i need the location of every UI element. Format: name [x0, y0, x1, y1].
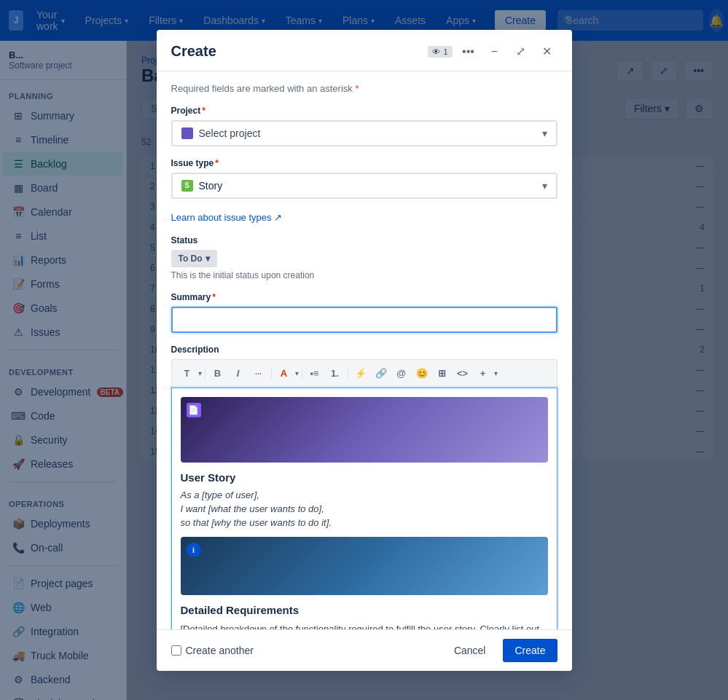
project-value: Select project: [199, 127, 542, 139]
status-section: Status To Do ▾ This is the initial statu…: [171, 235, 557, 280]
expand-modal-button[interactable]: ⤢: [511, 42, 531, 62]
project-label: Project *: [171, 106, 557, 116]
external-link-icon: ↗: [274, 212, 282, 223]
user-story-line2: I want [what the user wants to do],: [181, 503, 548, 514]
create-another-checkbox[interactable]: [171, 645, 181, 656]
summary-field: Summary *: [171, 292, 557, 333]
chevron-down-icon: ▾: [206, 253, 210, 264]
summary-input[interactable]: [171, 307, 557, 333]
desc-image-blue: i: [181, 537, 548, 595]
detailed-req-title: Detailed Requirements: [181, 604, 548, 616]
modal-body: Required fields are marked with an aster…: [157, 71, 572, 629]
user-story-line1: As a [type of user],: [181, 489, 548, 500]
story-icon: S: [181, 180, 193, 192]
watcher-badge: 👁 1: [428, 46, 452, 58]
mention-button[interactable]: @: [392, 364, 411, 383]
italic-button[interactable]: I: [229, 364, 248, 383]
action-button[interactable]: ⚡: [351, 364, 370, 383]
cancel-button[interactable]: Cancel: [442, 639, 498, 662]
doc-icon: 📄: [187, 403, 201, 417]
insert-button[interactable]: +: [474, 364, 493, 383]
issue-type-label: Issue type *: [171, 158, 557, 168]
issue-type-select[interactable]: S Story ▾: [171, 173, 557, 199]
project-select[interactable]: Select project ▾: [171, 120, 557, 146]
detailed-req-text: [Detailed breakdown of the functionality…: [181, 622, 548, 629]
text-color-button[interactable]: A: [275, 364, 294, 383]
issue-type-value: Story: [199, 180, 223, 192]
modal-header-icons: 👁 1 ••• − ⤢ ✕: [428, 42, 557, 62]
chevron-down-icon: ▾: [295, 369, 299, 377]
description-content[interactable]: 📄 User Story As a [type of user], I want…: [171, 388, 557, 629]
status-value: To Do: [179, 253, 203, 264]
modal-title: Create: [171, 43, 428, 60]
status-select-button[interactable]: To Do ▾: [171, 250, 217, 267]
desc-image-purple: 📄: [181, 397, 548, 463]
minimize-button[interactable]: −: [485, 42, 505, 62]
summary-label: Summary *: [171, 292, 557, 302]
chevron-down-icon: ▾: [542, 127, 547, 139]
description-field: Description T ▾ B I ··· A ▾ •≡ 1. ⚡: [171, 345, 557, 629]
description-toolbar: T ▾ B I ··· A ▾ •≡ 1. ⚡ 🔗 @ 😊: [171, 359, 557, 388]
link-button[interactable]: 🔗: [372, 364, 391, 383]
more-formatting-button[interactable]: ···: [249, 364, 268, 383]
table-button[interactable]: ⊞: [433, 364, 452, 383]
emoji-button[interactable]: 😊: [412, 364, 431, 383]
project-field: Project * Select project ▾: [171, 106, 557, 146]
project-color-swatch: [181, 127, 193, 139]
bullet-list-button[interactable]: •≡: [305, 364, 324, 383]
create-modal: Create 👁 1 ••• − ⤢ ✕ Required fields are…: [157, 30, 572, 671]
user-story-title: User Story: [181, 471, 548, 484]
create-submit-button[interactable]: Create: [503, 639, 557, 662]
status-hint: This is the initial status upon creation: [171, 270, 557, 280]
modal-overlay: Create 👁 1 ••• − ⤢ ✕ Required fields are…: [0, 0, 728, 700]
numbered-list-button[interactable]: 1.: [326, 364, 345, 383]
bold-button[interactable]: B: [208, 364, 227, 383]
status-label: Status: [171, 235, 557, 245]
eye-icon: 👁: [432, 47, 440, 56]
description-label: Description: [171, 345, 557, 355]
create-another-label[interactable]: Create another: [171, 645, 254, 656]
modal-header: Create 👁 1 ••• − ⤢ ✕: [157, 30, 572, 71]
chevron-down-icon: ▾: [494, 369, 498, 377]
modal-footer: Create another Cancel Create: [157, 629, 572, 671]
required-note: Required fields are marked with an aster…: [171, 83, 557, 94]
issue-type-field: Issue type * S Story ▾: [171, 158, 557, 199]
asterisk: *: [355, 83, 359, 94]
code-button[interactable]: <>: [453, 364, 472, 383]
info-icon: i: [187, 543, 201, 557]
chevron-down-icon: ▾: [198, 369, 202, 377]
chevron-down-icon: ▾: [542, 180, 547, 192]
watcher-count: 1: [443, 47, 447, 56]
user-story-line3: so that [why the user wants to do it].: [181, 517, 548, 528]
learn-link-container: Learn about issue types ↗: [171, 211, 557, 224]
text-style-button[interactable]: T: [178, 364, 197, 383]
learn-issue-types-link[interactable]: Learn about issue types ↗: [171, 212, 282, 223]
more-options-button[interactable]: •••: [458, 42, 479, 62]
close-button[interactable]: ✕: [537, 42, 557, 62]
